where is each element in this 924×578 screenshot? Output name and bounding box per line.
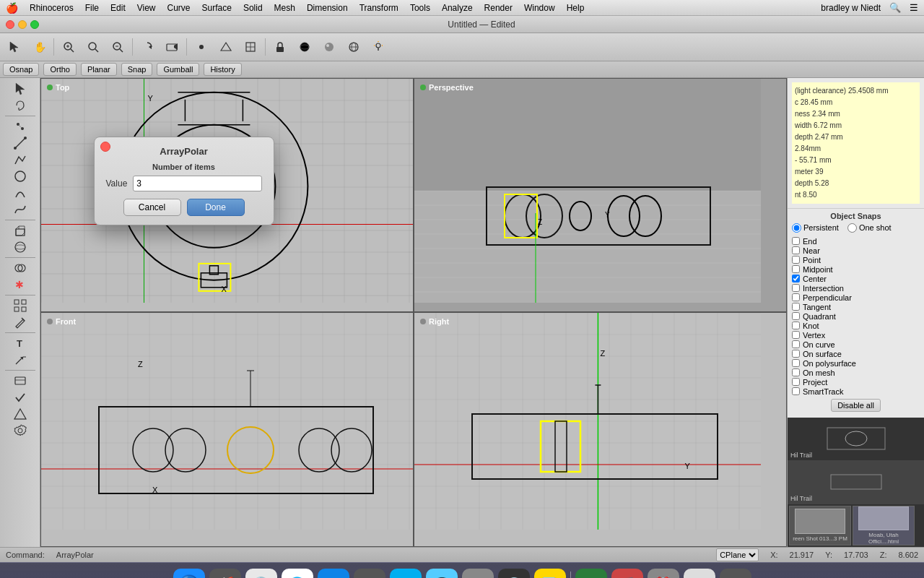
dock-mail[interactable]: ✉ bbox=[354, 569, 385, 579]
snap-point[interactable]: Point bbox=[792, 256, 920, 264]
pan-tool[interactable]: ✋ bbox=[27, 35, 51, 59]
transform-tool[interactable]: ✱ bbox=[4, 277, 36, 293]
snap-midpoint[interactable]: Midpoint bbox=[792, 265, 920, 274]
planar-toggle[interactable]: Planar bbox=[81, 63, 117, 76]
snap-perpendicular-checkbox[interactable] bbox=[792, 293, 800, 301]
dock-chrome[interactable]: 🌐 bbox=[282, 569, 313, 579]
dock-itunes[interactable]: 🎵 bbox=[611, 569, 643, 579]
select-tool-left[interactable] bbox=[4, 81, 36, 97]
check-tool[interactable] bbox=[4, 389, 36, 405]
snap-quadrant-checkbox[interactable] bbox=[792, 312, 800, 320]
render-preview-tool[interactable] bbox=[318, 35, 341, 59]
dock-trash[interactable]: 🗑 bbox=[720, 569, 751, 579]
oneshot-radio[interactable]: One shot bbox=[847, 223, 892, 233]
value-input[interactable] bbox=[133, 176, 261, 191]
snap-near-checkbox[interactable] bbox=[792, 246, 800, 254]
line-tool[interactable] bbox=[4, 135, 36, 151]
triangle-tool[interactable] bbox=[4, 406, 36, 422]
menu-rhinoceros[interactable]: Rhinoceros bbox=[30, 3, 74, 13]
dock-finder[interactable]: 🔵 bbox=[173, 569, 205, 579]
point-tool-left[interactable] bbox=[4, 118, 36, 134]
snap-end[interactable]: End bbox=[792, 237, 920, 246]
snap-quadrant[interactable]: Quadrant bbox=[792, 312, 920, 321]
surface-tool[interactable] bbox=[214, 35, 237, 59]
cancel-button[interactable]: Cancel bbox=[123, 199, 181, 216]
worksession-tool[interactable] bbox=[4, 373, 36, 389]
menu-surface[interactable]: Surface bbox=[202, 3, 232, 13]
point-tool[interactable] bbox=[190, 35, 213, 59]
snap-onsurface[interactable]: On surface bbox=[792, 350, 920, 358]
viewport-front[interactable]: Front bbox=[40, 312, 414, 547]
menu-window[interactable]: Window bbox=[524, 3, 555, 13]
polyline-tool[interactable] bbox=[4, 152, 36, 168]
dock-browser[interactable]: 🕐 bbox=[245, 569, 277, 579]
dock-photos[interactable]: 📷 bbox=[684, 569, 715, 579]
snap-intersection-checkbox[interactable] bbox=[792, 284, 800, 292]
search-icon[interactable]: 🔍 bbox=[889, 2, 901, 13]
done-button[interactable]: Done bbox=[187, 199, 245, 216]
mesh-tool[interactable] bbox=[239, 35, 262, 59]
zoom-window-tool[interactable] bbox=[57, 35, 80, 59]
dock-timetrack[interactable]: ⏰ bbox=[648, 569, 679, 579]
disable-all-button[interactable]: Disable all bbox=[831, 399, 881, 412]
dock-numbers[interactable]: 7 bbox=[575, 569, 607, 579]
snap-onpolysurface[interactable]: On polysurface bbox=[792, 359, 920, 368]
text-tool[interactable]: T bbox=[4, 335, 36, 351]
snap-perpendicular[interactable]: Perpendicular bbox=[792, 293, 920, 302]
history-toggle[interactable]: History bbox=[204, 63, 241, 76]
curve-tool[interactable] bbox=[4, 202, 36, 217]
viewport-right[interactable]: Right bbox=[414, 312, 787, 547]
menu-analyze[interactable]: Analyze bbox=[442, 3, 473, 13]
menu-file[interactable]: File bbox=[85, 3, 99, 13]
dialog-close-button[interactable] bbox=[100, 142, 110, 152]
close-button[interactable] bbox=[6, 20, 14, 29]
snap-oncurve[interactable]: On curve bbox=[792, 340, 920, 349]
zoom-tool[interactable] bbox=[106, 35, 129, 59]
dock-appstore[interactable]: ⬇ bbox=[318, 569, 349, 579]
snap-tangent-checkbox[interactable] bbox=[792, 303, 800, 311]
menu-view[interactable]: View bbox=[137, 3, 156, 13]
snap-near[interactable]: Near bbox=[792, 246, 920, 255]
dock-systemprefs[interactable]: ⚙ bbox=[462, 569, 494, 579]
snap-smarttrack-checkbox[interactable] bbox=[792, 387, 800, 395]
snap-center[interactable]: Center bbox=[792, 275, 920, 283]
lasso-tool[interactable] bbox=[4, 98, 36, 113]
thumbnail-2[interactable]: Hil Trail bbox=[788, 461, 924, 504]
apple-menu[interactable]: 🍎 bbox=[6, 2, 18, 14]
snap-point-checkbox[interactable] bbox=[792, 256, 800, 264]
snap-project-checkbox[interactable] bbox=[792, 378, 800, 386]
menu-dimension[interactable]: Dimension bbox=[307, 3, 348, 13]
dock-skype[interactable]: S bbox=[390, 569, 422, 579]
dock-time[interactable]: 🕐 bbox=[498, 569, 530, 579]
snap-oncurve-checkbox[interactable] bbox=[792, 340, 800, 348]
snap-tangent[interactable]: Tangent bbox=[792, 303, 920, 311]
bottom-thumb-1[interactable]: reen Shot 013...3 PM bbox=[789, 506, 851, 545]
modify-tool[interactable] bbox=[4, 314, 36, 330]
menu-extras-icon[interactable]: ☰ bbox=[910, 2, 918, 13]
dock-launchpad[interactable]: 🚀 bbox=[209, 569, 241, 579]
snap-onpolysurface-checkbox[interactable] bbox=[792, 359, 800, 367]
menu-tools[interactable]: Tools bbox=[410, 3, 430, 13]
menu-render[interactable]: Render bbox=[484, 3, 513, 13]
material-tool[interactable] bbox=[293, 35, 316, 59]
snap-knot[interactable]: Knot bbox=[792, 322, 920, 330]
snap-onsurface-checkbox[interactable] bbox=[792, 350, 800, 358]
snap-center-checkbox[interactable] bbox=[792, 275, 800, 282]
dock-notes[interactable]: 📝 bbox=[534, 569, 566, 579]
arc-tool[interactable] bbox=[4, 185, 36, 201]
snap-smarttrack[interactable]: SmartTrack bbox=[792, 387, 920, 396]
menu-help[interactable]: Help bbox=[567, 3, 585, 13]
minimize-button[interactable] bbox=[18, 20, 27, 29]
osnap-toggle[interactable]: Osnap bbox=[3, 63, 39, 76]
viewport-top[interactable]: Top ArrayPolar Number of items Value Can… bbox=[40, 78, 414, 313]
camera-tool[interactable] bbox=[160, 35, 183, 59]
menu-solid[interactable]: Solid bbox=[243, 3, 263, 13]
bottom-thumb-2[interactable]: Moab, Utah Offici....html bbox=[853, 506, 915, 545]
snap-onmesh[interactable]: On mesh bbox=[792, 368, 920, 377]
dock-messages[interactable]: 💬 bbox=[426, 569, 458, 579]
snap-vertex-checkbox[interactable] bbox=[792, 331, 800, 339]
lock-tool[interactable] bbox=[269, 35, 292, 59]
snap-intersection[interactable]: Intersection bbox=[792, 284, 920, 293]
ortho-toggle[interactable]: Ortho bbox=[43, 63, 77, 76]
thumbnail-1[interactable]: Hil Trail bbox=[788, 418, 924, 461]
